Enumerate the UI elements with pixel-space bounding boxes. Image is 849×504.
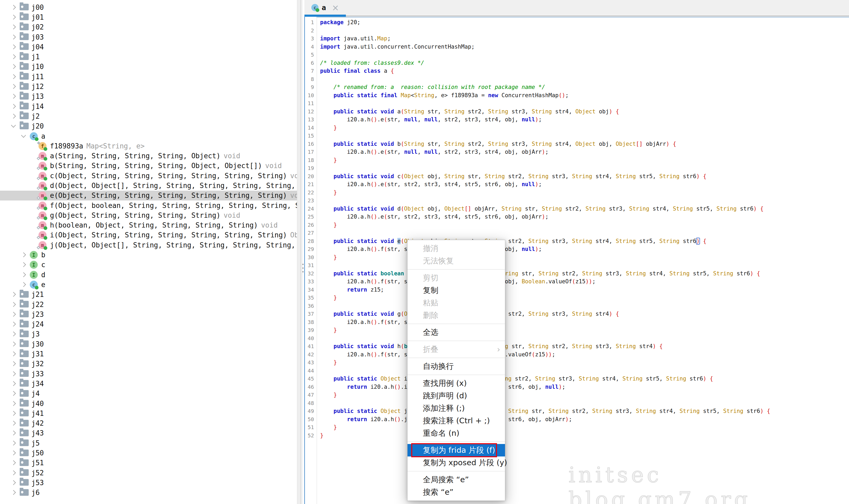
chevron-right-icon[interactable] xyxy=(10,479,17,486)
tree-item-b[interactable]: Ib xyxy=(0,250,297,260)
tree-item-j13[interactable]: j13 xyxy=(0,92,297,102)
chevron-right-icon[interactable] xyxy=(10,350,17,357)
menu-item-find-usages[interactable]: 查找用例 (x) xyxy=(407,377,505,390)
chevron-right-icon[interactable] xyxy=(10,420,17,427)
tree-item-j21[interactable]: j21 xyxy=(0,290,297,300)
menu-item-add-comment[interactable]: 添加注释 (;) xyxy=(407,402,505,415)
menu-item-select-all[interactable]: 全选 xyxy=(407,326,505,339)
tab-close-icon[interactable]: × xyxy=(332,3,339,12)
tree-item-j10[interactable]: j10 xyxy=(0,62,297,72)
tree-item-j11[interactable]: j11 xyxy=(0,72,297,82)
tree-item-j2[interactable]: j2 xyxy=(0,111,297,121)
tree-item-a[interactable]: ca xyxy=(0,131,297,141)
tree-item-i[interactable]: mi(Object, String, String, String, Strin… xyxy=(0,230,297,240)
tab-class-a[interactable]: c a × xyxy=(309,0,342,15)
menu-item-copy-as-xposed-snippet[interactable]: 复制为 xposed 片段 (y) xyxy=(407,456,505,469)
tree-item-j03[interactable]: j03 xyxy=(0,32,297,42)
chevron-right-icon[interactable] xyxy=(10,400,17,407)
tree-item-j02[interactable]: j02 xyxy=(0,22,297,32)
tree-item-j40[interactable]: j40 xyxy=(0,399,297,409)
tree-item-j24[interactable]: j24 xyxy=(0,320,297,329)
chevron-right-icon[interactable] xyxy=(10,360,17,367)
chevron-right-icon[interactable] xyxy=(10,93,17,100)
tree-item-j41[interactable]: j41 xyxy=(0,409,297,418)
tree-item-c[interactable]: mc(Object, String, String, String, Strin… xyxy=(0,171,297,181)
tree-scrollbar[interactable] xyxy=(297,0,301,504)
chevron-right-icon[interactable] xyxy=(20,271,27,278)
menu-item-copy[interactable]: 复制 xyxy=(407,284,505,296)
chevron-right-icon[interactable] xyxy=(10,440,17,447)
tree-item-j14[interactable]: j14 xyxy=(0,102,297,111)
tree-item-f[interactable]: mf(Object, boolean, String, String, Stri… xyxy=(0,200,297,210)
tree-item-j01[interactable]: j01 xyxy=(0,12,297,22)
chevron-down-icon[interactable] xyxy=(20,133,27,140)
tree-item-j33[interactable]: j33 xyxy=(0,369,297,379)
tree-item-j1[interactable]: j1 xyxy=(0,52,297,61)
chevron-right-icon[interactable] xyxy=(10,73,17,80)
chevron-right-icon[interactable] xyxy=(10,24,17,31)
tree-item-d[interactable]: Id xyxy=(0,270,297,280)
chevron-right-icon[interactable] xyxy=(10,63,17,70)
tree-item-j6[interactable]: j6 xyxy=(0,488,297,498)
tree-item-c[interactable]: Ic xyxy=(0,260,297,270)
split-divider[interactable] xyxy=(301,0,304,504)
tree-item-j04[interactable]: j04 xyxy=(0,42,297,52)
chevron-right-icon[interactable] xyxy=(10,489,17,496)
chevron-right-icon[interactable] xyxy=(10,43,17,51)
code-editor[interactable]: package j20;import java.util.Map;import … xyxy=(320,17,847,504)
tree-item-j20[interactable]: j20 xyxy=(0,121,297,131)
menu-item-word-wrap[interactable]: 自动换行 xyxy=(407,360,505,373)
menu-item-global-search-e[interactable]: 全局搜索 “e” xyxy=(407,473,505,486)
chevron-right-icon[interactable] xyxy=(10,450,17,456)
chevron-right-icon[interactable] xyxy=(10,330,17,338)
chevron-right-icon[interactable] xyxy=(10,380,17,387)
chevron-right-icon[interactable] xyxy=(10,410,17,417)
menu-item-search-e[interactable]: 搜索 “e” xyxy=(407,486,505,499)
chevron-down-icon[interactable] xyxy=(10,123,17,130)
tree-item-e[interactable]: ce xyxy=(0,280,297,289)
tree-item-h[interactable]: mh(boolean, Object, String, String, Stri… xyxy=(0,220,297,230)
tree-item-j30[interactable]: j30 xyxy=(0,339,297,349)
tree-item-j42[interactable]: j42 xyxy=(0,418,297,428)
tree-item-j32[interactable]: j32 xyxy=(0,359,297,369)
chevron-right-icon[interactable] xyxy=(10,460,17,466)
tree-item-j34[interactable]: j34 xyxy=(0,379,297,389)
chevron-right-icon[interactable] xyxy=(20,261,27,268)
split-divider-grip-icon[interactable] xyxy=(302,261,304,275)
chevron-right-icon[interactable] xyxy=(10,321,17,328)
chevron-right-icon[interactable] xyxy=(20,281,27,288)
chevron-right-icon[interactable] xyxy=(10,371,17,377)
chevron-right-icon[interactable] xyxy=(10,311,17,318)
tree-item-j4[interactable]: j4 xyxy=(0,389,297,399)
tree-item-j00[interactable]: j00 xyxy=(0,2,297,12)
chevron-right-icon[interactable] xyxy=(10,430,17,436)
tree-item-j51[interactable]: j51 xyxy=(0,458,297,468)
tree-item-j52[interactable]: j52 xyxy=(0,468,297,478)
tree-item-b[interactable]: mb(String, String, String, String, Objec… xyxy=(0,161,297,171)
tree-item-j23[interactable]: j23 xyxy=(0,309,297,319)
chevron-right-icon[interactable] xyxy=(10,341,17,347)
chevron-right-icon[interactable] xyxy=(10,113,17,120)
chevron-right-icon[interactable] xyxy=(10,83,17,90)
tree-item-j43[interactable]: j43 xyxy=(0,428,297,438)
chevron-right-icon[interactable] xyxy=(10,34,17,41)
menu-item-rename[interactable]: 重命名 (n) xyxy=(407,427,505,439)
tree-item-a[interactable]: ma(String, String, String, String, Objec… xyxy=(0,151,297,161)
chevron-right-icon[interactable] xyxy=(10,301,17,308)
chevron-right-icon[interactable] xyxy=(20,251,27,258)
tree-item-j53[interactable]: j53 xyxy=(0,478,297,488)
chevron-right-icon[interactable] xyxy=(10,53,17,60)
tree-item-j31[interactable]: j31 xyxy=(0,349,297,359)
tree-item-j50[interactable]: j50 xyxy=(0,448,297,458)
tree-item-j22[interactable]: j22 xyxy=(0,300,297,309)
menu-item-search-comment[interactable]: 搜索注释 (Ctrl + ;) xyxy=(407,415,505,427)
chevron-right-icon[interactable] xyxy=(10,469,17,476)
tree-item-e[interactable]: me(Object, String, String, String, Strin… xyxy=(0,191,297,200)
menu-item-copy-as-frida-snippet[interactable]: 复制为 frida 片段 (f) xyxy=(407,444,505,456)
tree-item-j[interactable]: mj(Object, Object[], String, String, Str… xyxy=(0,240,297,250)
tree-item-j5[interactable]: j5 xyxy=(0,438,297,448)
chevron-right-icon[interactable] xyxy=(10,4,17,11)
package-tree-panel[interactable]: j00j01j02j03j04j1j10j11j12j13j14j2j20caf… xyxy=(0,0,297,504)
chevron-right-icon[interactable] xyxy=(10,14,17,21)
tree-item-f189893a[interactable]: ff189893aMap<String, e> xyxy=(0,141,297,151)
